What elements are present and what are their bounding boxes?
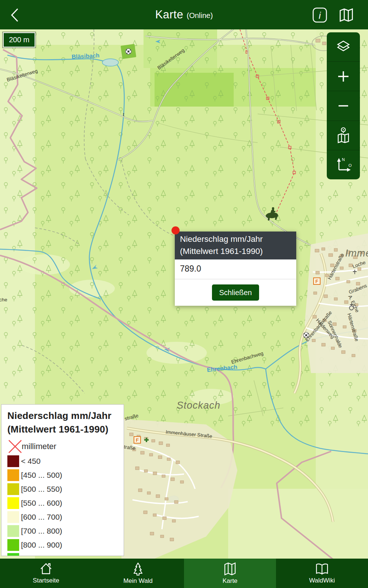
legend-class-label: [700 ... 800) [21, 527, 62, 535]
soccer-ball-icon [125, 49, 131, 54]
home-icon [39, 562, 53, 576]
legend-row: [550 ... 600) [7, 497, 120, 509]
popup-header: Niederschlag mm/Jahr (Mittelwert 1961-19… [175, 232, 296, 259]
map-icon [223, 562, 237, 576]
legend-swatch [7, 497, 19, 509]
legend-swatch [7, 455, 19, 467]
nav-label: Mein Wald [123, 577, 153, 585]
legend-swatch [7, 469, 19, 481]
locate-on-map-button[interactable] [327, 121, 360, 150]
f-marker-label: F [315, 279, 318, 284]
legend-unit-label: millimeter [22, 442, 56, 451]
map-layers-icon[interactable] [339, 7, 354, 23]
legend-class-label: [800 ... 900) [21, 541, 62, 549]
pine-tree-icon [131, 562, 145, 576]
svg-text:i: i [319, 10, 321, 21]
legend-class-label: [450 ... 500) [21, 471, 62, 480]
feature-popup: Niederschlag mm/Jahr (Mittelwert 1961-19… [175, 232, 296, 306]
nav-label: WaldWiki [309, 577, 335, 584]
page-title-text: Karte [155, 8, 184, 21]
f-marker-label: F [136, 437, 139, 443]
legend-class-label: < 450 [21, 457, 40, 466]
legend-swatch [7, 553, 19, 556]
nav-item-waldwiki[interactable]: WaldWiki [276, 559, 368, 588]
legend-row: [800 ... 900) [7, 539, 120, 551]
nav-item-karte[interactable]: Karte [184, 559, 276, 588]
legend-title-line2: (Mittelwert 1961-1990) [7, 423, 120, 436]
layers-button[interactable] [327, 32, 360, 62]
legend-row: [500 ... 550) [7, 483, 120, 495]
legend-row: < 450 [7, 455, 120, 467]
place-label: Stockach [177, 400, 220, 411]
legend-row-partial [7, 553, 120, 556]
map-controls: N O [327, 32, 360, 179]
layers-icon [335, 40, 351, 54]
nav-item-mein-wald[interactable]: Mein Wald [92, 559, 184, 588]
pond [102, 59, 118, 66]
app-screen: F F Bläsibach Bläsikelterweg Bläsikelter… [0, 0, 368, 588]
nav-label: Startseite [33, 577, 59, 584]
legend-class-label: [600 ... 700) [21, 513, 62, 521]
zoom-out-button[interactable] [327, 91, 360, 121]
bottom-nav: Startseite Mein Wald Karte WaldWiki [0, 559, 368, 588]
legend-rows: < 450 [450 ... 500) [500 ... 550) [550 .… [7, 455, 120, 556]
popup-value: 789.0 [175, 259, 296, 279]
place-label: Immenhausen [345, 248, 368, 259]
x-cross-icon [7, 439, 23, 454]
map-pin-icon [335, 127, 351, 144]
page-title-mode: (Online) [187, 11, 213, 20]
open-book-icon [315, 562, 329, 576]
zoom-in-button[interactable] [327, 62, 360, 91]
legend-row: [700 ... 800) [7, 525, 120, 537]
legend-class-label: [550 ... 600) [21, 499, 62, 508]
legend-swatch [7, 483, 19, 495]
legend-swatch [7, 511, 19, 523]
plus-icon [336, 69, 351, 84]
close-button[interactable]: Schließen [212, 284, 259, 301]
compass-north-label: N [342, 157, 345, 162]
info-icon[interactable]: i [312, 7, 328, 23]
popup-title-line2: (Mittelwert 1961-1990) [180, 245, 291, 257]
scale-indicator: 200 m [3, 32, 35, 47]
legend-panel: Niederschlag mm/Jahr (Mittelwert 1961-19… [1, 404, 124, 556]
legend-title-line1: Niederschlag mm/Jahr [7, 409, 120, 423]
street-label: t [123, 112, 124, 117]
f-marker-1: F [314, 278, 320, 284]
legend-row: [450 ... 500) [7, 469, 120, 481]
selected-point-marker [171, 226, 180, 234]
top-bar: Karte (Online) i [0, 0, 368, 29]
scale-label: 200 m [9, 36, 29, 44]
nav-item-startseite[interactable]: Startseite [0, 559, 92, 588]
minus-icon [336, 98, 351, 113]
legend-class-label: [500 ... 550) [21, 485, 62, 494]
legend-swatch [7, 525, 19, 537]
nav-label: Karte [223, 577, 238, 585]
compass-button[interactable]: N O [327, 150, 360, 179]
legend-row: [600 ... 700) [7, 511, 120, 523]
compass-east-label: O [348, 163, 352, 168]
street-label-partial: che [0, 297, 7, 302]
popup-title-line1: Niederschlag mm/Jahr [180, 233, 291, 245]
compass-icon: N O [334, 157, 353, 173]
legend-swatch [7, 539, 19, 551]
